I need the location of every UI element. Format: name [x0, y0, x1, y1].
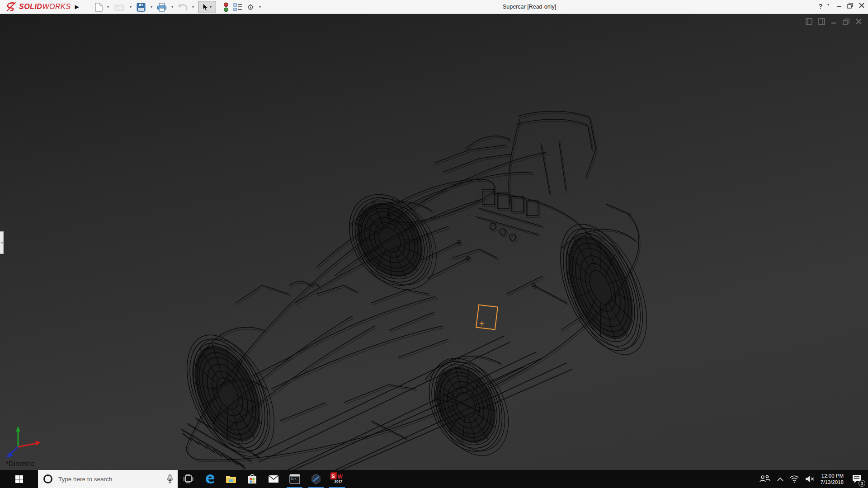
edge-button[interactable] — [199, 470, 220, 488]
file-properties-icon — [233, 3, 242, 11]
task-view-icon — [184, 474, 193, 483]
document-window-controls — [806, 18, 862, 25]
new-dropdown-caret[interactable]: ▾ — [106, 5, 110, 9]
task-view-button[interactable] — [178, 470, 199, 488]
taskbar-clock[interactable]: 12:00 PM 7/13/2018 — [821, 473, 844, 485]
brand-works: WORKS — [42, 3, 71, 10]
speaker-muted-icon — [805, 475, 814, 483]
new-document-button[interactable] — [93, 2, 104, 13]
select-cursor-icon — [203, 3, 208, 11]
taskbar-search[interactable] — [38, 470, 178, 488]
undo-button[interactable] — [177, 2, 188, 13]
start-button[interactable] — [0, 470, 38, 488]
hexagon-app-button[interactable] — [305, 470, 326, 488]
mail-icon — [268, 475, 279, 483]
gear-icon: ⚙ — [247, 3, 254, 12]
document-minimize-icon[interactable] — [831, 19, 837, 24]
print-button[interactable] — [156, 2, 167, 13]
brand-wordmark: SOLIDWORKS — [19, 3, 71, 11]
restore-button[interactable] — [846, 3, 855, 9]
minimize-icon — [836, 3, 842, 8]
print-icon — [157, 3, 167, 12]
edge-icon — [204, 474, 215, 484]
cmd-prompt-text: C:\_ — [291, 478, 298, 481]
brand-solid: SOLID — [19, 3, 42, 10]
window-title: Supercar [Read-only] — [503, 4, 556, 10]
open-folder-icon — [114, 3, 124, 11]
taskbar-app-icons: C:\_ S W 2017 — [178, 470, 348, 488]
windows-logo-icon — [15, 475, 23, 483]
open-dropdown-caret[interactable]: ▾ — [128, 5, 133, 9]
solidworks-logo: SOLIDWORKS — [5, 2, 71, 12]
file-explorer-button[interactable] — [220, 470, 241, 488]
new-document-icon — [95, 3, 103, 12]
cortana-icon — [43, 474, 52, 483]
save-button[interactable] — [136, 2, 146, 13]
sw-year: 2017 — [335, 479, 343, 483]
close-icon — [859, 3, 864, 8]
tab-handle-dot — [1, 242, 3, 244]
restore-icon — [847, 3, 854, 9]
ds-logo-icon — [5, 2, 17, 12]
command-prompt-icon: C:\_ — [289, 474, 300, 484]
wifi-icon — [790, 475, 799, 483]
panel-left-icon[interactable] — [806, 18, 812, 25]
solidworks-window: SOLIDWORKS ▶ ▾ ▾ — [0, 0, 868, 488]
command-prompt-button[interactable]: C:\_ — [284, 470, 305, 488]
minimize-button[interactable] — [835, 3, 844, 8]
people-icon — [759, 475, 771, 483]
store-button[interactable] — [241, 470, 263, 488]
sw-letter-w: W — [338, 474, 343, 480]
stoplight-button[interactable] — [221, 2, 231, 13]
featuremanager-collapsed-tab[interactable] — [0, 231, 4, 254]
close-button[interactable] — [857, 3, 866, 8]
chevron-up-icon — [777, 477, 783, 481]
menu-flyout-arrow[interactable]: ▶ — [74, 2, 80, 11]
options-gear-button[interactable]: ⚙ — [245, 2, 256, 13]
windows-taskbar: C:\_ S W 2017 — [0, 470, 868, 488]
show-desktop-button[interactable] — [866, 470, 868, 488]
help-dropdown-caret[interactable]: ▾ — [826, 3, 831, 7]
notification-count-badge: 3 — [859, 480, 865, 487]
microphone-icon[interactable] — [167, 474, 173, 483]
select-dropdown-caret[interactable]: ▾ — [210, 5, 212, 9]
file-properties-button[interactable] — [232, 2, 243, 13]
graphics-viewport[interactable]: *Dimetric — [0, 14, 868, 470]
print-dropdown-caret[interactable]: ▾ — [170, 5, 175, 9]
document-restore-icon[interactable] — [843, 19, 850, 25]
select-tool-button[interactable]: ▾ — [198, 1, 216, 13]
view-orientation-label: *Dimetric — [6, 460, 35, 467]
undo-arrow-icon — [178, 3, 188, 11]
panel-right-icon[interactable] — [818, 18, 825, 25]
clock-date: 7/13/2018 — [821, 479, 844, 485]
stoplight-icon — [223, 2, 229, 12]
selection-marquee — [476, 305, 498, 330]
system-tray: 12:00 PM 7/13/2018 3 — [759, 470, 863, 488]
solidworks-app-button[interactable]: S W 2017 — [326, 470, 348, 488]
network-button[interactable] — [790, 475, 799, 483]
title-bar: SOLIDWORKS ▶ ▾ ▾ — [0, 0, 868, 14]
open-button[interactable] — [114, 2, 125, 13]
save-dropdown-caret[interactable]: ▾ — [149, 5, 154, 9]
orientation-triad — [6, 426, 41, 458]
sw-letter-s: S — [330, 473, 336, 479]
clock-time: 12:00 PM — [821, 473, 844, 479]
volume-button[interactable] — [805, 475, 814, 483]
file-explorer-icon — [226, 474, 236, 483]
wireframe-car-model — [0, 14, 868, 470]
people-button[interactable] — [759, 475, 771, 483]
store-icon — [247, 474, 257, 484]
document-close-icon[interactable] — [856, 19, 862, 24]
solidworks-app-icon: S W 2017 — [330, 473, 344, 485]
hexagon-app-icon — [311, 474, 321, 484]
hidden-icons-button[interactable] — [777, 477, 783, 481]
action-center-button[interactable]: 3 — [850, 472, 863, 486]
help-label: ? — [819, 3, 823, 10]
help-button[interactable]: ? — [816, 3, 825, 10]
save-floppy-icon — [137, 3, 146, 12]
mail-button[interactable] — [263, 470, 284, 488]
undo-dropdown-caret[interactable]: ▾ — [191, 5, 195, 9]
options-dropdown-caret[interactable]: ▾ — [258, 5, 262, 9]
search-input[interactable] — [52, 476, 167, 483]
